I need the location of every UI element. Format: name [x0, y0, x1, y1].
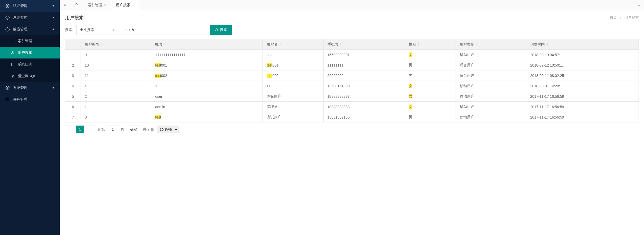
tab-user-search[interactable]: 用户搜索 ×: [111, 0, 140, 10]
table-row[interactable]: 73test测试账户13851539156男移动用户2017-11-17 16:…: [65, 112, 639, 122]
gear-icon: [5, 4, 10, 8]
sidebar-sub-label: 慢查询SQL: [18, 74, 36, 79]
sidebar-item-search-manage[interactable]: 搜索管理 ▼: [0, 23, 60, 35]
total-count: 共 7 条: [143, 127, 154, 132]
breadcrumb-current: 用户搜索: [624, 15, 639, 19]
sort-icon: ▲▼: [476, 43, 478, 46]
sort-icon: ▲▼: [418, 43, 420, 46]
cell-account: test002: [151, 70, 263, 81]
cell-index: 7: [65, 112, 81, 122]
close-icon[interactable]: ×: [133, 3, 135, 7]
svg-point-1: [7, 17, 8, 18]
search-row: 搜索: 全文搜索 ▼ 搜索: [60, 25, 644, 39]
cell-phone: 13530151800: [323, 81, 405, 91]
sidebar-item-monitor[interactable]: 系统监控 ▼: [0, 12, 60, 23]
tabs-scroll-right[interactable]: [634, 0, 644, 10]
search-type-select[interactable]: 全文搜索 ▼: [76, 25, 118, 35]
table-row[interactable]: 52user体验用户18888888887女移动用户2017-11-17 16:…: [65, 91, 639, 102]
cell-user-id: 4: [81, 81, 151, 91]
pagination: ‹ 1 › 到第 页 确定 共 7 条 10 条/页: [65, 126, 639, 133]
table-row[interactable]: 311test002test00222222222男后台用户2018-09-11…: [65, 70, 639, 81]
cell-phone: 18888888887: [323, 91, 405, 102]
table-row[interactable]: 19111111111111111...cute15599999991女移动用户…: [65, 50, 639, 60]
col-account[interactable]: 账号▲▼: [151, 39, 263, 50]
sidebar-item-task-manage[interactable]: 任务管理: [0, 94, 60, 105]
page-prev[interactable]: ‹: [65, 126, 73, 133]
col-user-type[interactable]: 用户类别▲▼: [456, 39, 526, 50]
breadcrumb: 首页 / 用户搜索: [610, 15, 639, 20]
col-user-id[interactable]: 用户编号▲▼: [81, 39, 151, 50]
cell-user-type: 后台用户: [456, 60, 526, 70]
cell-gender: 男: [405, 112, 456, 122]
sidebar-sub-label: 系统日志: [18, 62, 32, 67]
goto-page-input[interactable]: [108, 126, 118, 133]
col-phone[interactable]: 手机号▲▼: [323, 39, 405, 50]
svg-point-6: [12, 51, 14, 53]
sidebar-sub-label: 索引管理: [18, 39, 32, 43]
cell-user-type: 移动用户: [456, 102, 526, 112]
results-table: 用户编号▲▼ 账号▲▼ 用户名▲▼ 手机号▲▼ 性别▲▼ 用户类别▲▼ 创建时间…: [65, 39, 639, 122]
tab-home[interactable]: [70, 0, 83, 10]
sidebar-sub-user-search[interactable]: 用户搜索: [0, 47, 60, 58]
cell-user-id: 1: [81, 102, 151, 112]
breadcrumb-separator: /: [620, 15, 621, 19]
snow-icon: [10, 74, 15, 78]
sidebar: 认证管理 ▼ 系统监控 ▼ 搜索管理 ▼ 索引管理 用户搜索 系统日志 慢查询S…: [0, 0, 60, 235]
user-icon: [10, 51, 15, 55]
page-number[interactable]: 1: [76, 126, 84, 133]
sidebar-item-system-manage[interactable]: 系统管理 ▼: [0, 82, 60, 94]
tab-index-manage[interactable]: 索引管理 ×: [83, 0, 111, 10]
svg-line-19: [217, 31, 218, 31]
close-icon[interactable]: ×: [104, 3, 106, 7]
table-row[interactable]: 4411113530151800女移动用户2018-09-07 14:20:..…: [65, 81, 639, 91]
page-next[interactable]: ›: [87, 126, 95, 133]
tabs-scroll-left[interactable]: [60, 0, 70, 10]
cell-user-type: 移动用户: [456, 112, 526, 122]
per-page-select[interactable]: 10 条/页: [157, 126, 179, 133]
home-icon: [74, 3, 78, 7]
gear-icon: [5, 86, 10, 90]
col-gender[interactable]: 性别▲▼: [405, 39, 456, 50]
sort-icon: ▲▼: [546, 43, 548, 46]
cell-gender: 男: [405, 60, 456, 70]
cell-phone: 18888888888: [323, 102, 405, 112]
menu-icon: [10, 39, 15, 43]
grid-icon: [5, 97, 10, 102]
col-username[interactable]: 用户名▲▼: [262, 39, 323, 50]
cell-index: 2: [65, 60, 81, 70]
file-icon: [10, 63, 15, 66]
table-row[interactable]: 210test001test00111111111男后台用户2018-09-12…: [65, 60, 639, 70]
table-row[interactable]: 61admin管理员18888888888女移动用户2017-11-17 16:…: [65, 102, 639, 112]
goto-confirm-button[interactable]: 确定: [127, 126, 140, 133]
search-input[interactable]: [121, 25, 207, 35]
breadcrumb-home[interactable]: 首页: [610, 15, 617, 19]
table-header-row: 用户编号▲▼ 账号▲▼ 用户名▲▼ 手机号▲▼ 性别▲▼ 用户类别▲▼ 创建时间…: [65, 39, 639, 50]
tabbar: 索引管理 × 用户搜索 ×: [60, 0, 644, 10]
sidebar-item-label: 认证管理: [13, 4, 28, 8]
col-created[interactable]: 创建时间▲▼: [526, 39, 639, 50]
cell-username: 测试账户: [262, 112, 323, 122]
sidebar-sub-slow-sql[interactable]: 慢查询SQL: [0, 70, 60, 82]
sort-icon: ▲▼: [340, 43, 342, 46]
cell-user-type: 移动用户: [456, 91, 526, 102]
chevrons-left-icon: [63, 3, 67, 7]
cell-gender: 女: [405, 102, 456, 112]
sidebar-sub-label: 用户搜索: [18, 50, 32, 55]
cell-account: 111111111111111...: [151, 50, 263, 60]
cell-index: 1: [65, 50, 81, 60]
chevron-down-icon: ▼: [52, 86, 55, 89]
table-wrap: 用户编号▲▼ 账号▲▼ 用户名▲▼ 手机号▲▼ 性别▲▼ 用户类别▲▼ 创建时间…: [60, 39, 644, 139]
cell-created: 2018-09-12 13:50:...: [526, 60, 639, 70]
sidebar-item-auth[interactable]: 认证管理 ▼: [0, 0, 60, 12]
search-label: 搜索:: [65, 28, 73, 32]
search-button[interactable]: 搜索: [210, 25, 232, 35]
sidebar-sub-index-manage[interactable]: 索引管理: [0, 35, 60, 47]
main: 索引管理 × 用户搜索 × 用户搜索 首页 / 用户搜索 搜索: 全文: [60, 0, 644, 235]
panel-header: 用户搜索 首页 / 用户搜索: [60, 10, 644, 25]
chevron-down-icon: ▼: [52, 4, 55, 7]
sidebar-sub-system-log[interactable]: 系统日志: [0, 58, 60, 70]
sort-icon: ▲▼: [279, 43, 281, 46]
cell-username: 体验用户: [262, 91, 323, 102]
chevron-up-icon: ▼: [52, 28, 55, 31]
cell-phone: 22222222: [323, 70, 405, 81]
